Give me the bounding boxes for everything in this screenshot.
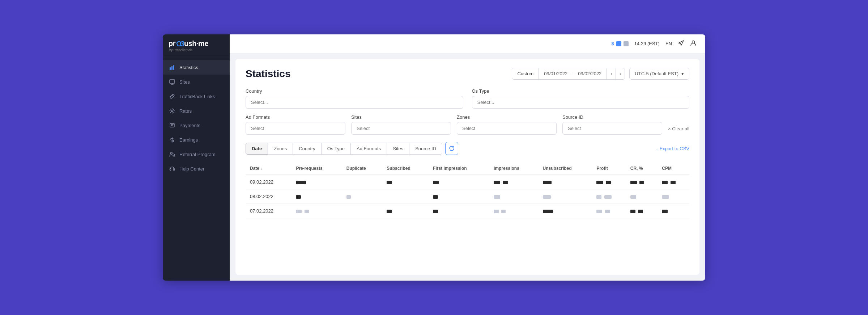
date-mode: Custom xyxy=(512,68,539,79)
date-prev-btn[interactable]: ‹ xyxy=(607,68,616,79)
table-row: 08.02.2022 xyxy=(246,189,689,204)
timezone-label: UTC-5 (Default EST) xyxy=(635,71,678,76)
svg-rect-5 xyxy=(170,123,174,127)
list-icon xyxy=(169,122,175,128)
refresh-btn[interactable] xyxy=(445,142,458,155)
sidebar-item-payments[interactable]: Payments xyxy=(163,118,230,133)
th-prerequests[interactable]: Pre-requests xyxy=(292,162,342,175)
cell-duplicate xyxy=(342,204,383,218)
page-header: Statistics Custom 09/01/2022 — 09/02/202… xyxy=(246,68,689,80)
sidebar-item-statistics[interactable]: Statistics xyxy=(163,60,230,75)
th-date[interactable]: Date ↓ xyxy=(246,162,292,175)
group-tab-date[interactable]: Date xyxy=(246,143,268,155)
th-unsubscribed[interactable]: Unsubscribed xyxy=(539,162,592,175)
export-csv-btn[interactable]: ↓ Export to CSV xyxy=(656,146,689,151)
cell-impressions xyxy=(489,204,538,218)
th-profit-label: Profit xyxy=(596,166,608,171)
th-profit[interactable]: Profit xyxy=(592,162,626,175)
export-csv-label: ↓ Export to CSV xyxy=(656,146,689,151)
cell-unsubscribed xyxy=(539,189,592,204)
filters-row2: Ad Formats Sites Zones Source ID × Clear… xyxy=(246,114,689,135)
currency-usd[interactable]: $ xyxy=(612,41,614,46)
th-subscribed-label: Subscribed xyxy=(387,166,410,171)
group-tab-ostype[interactable]: Os Type xyxy=(321,143,351,155)
sidebar-item-payments-label: Payments xyxy=(179,123,200,128)
filter-country-input[interactable] xyxy=(246,96,463,109)
th-duplicate-label: Duplicate xyxy=(346,166,366,171)
timezone-select[interactable]: UTC-5 (Default EST) ▾ xyxy=(629,68,689,80)
cell-prerequests xyxy=(292,189,342,204)
sidebar-item-help[interactable]: Help Center xyxy=(163,161,230,176)
users-icon xyxy=(169,151,175,157)
filter-sourceid-label: Source ID xyxy=(562,114,662,120)
filter-sourceid: Source ID xyxy=(562,114,662,135)
cell-duplicate xyxy=(342,189,383,204)
top-bar: $ 14:29 (EST) EN xyxy=(230,34,705,53)
filter-os-input[interactable] xyxy=(472,96,690,109)
clear-all-label[interactable]: × Clear all xyxy=(668,123,689,135)
logo-sub: by PropellerAds xyxy=(169,48,192,52)
cell-cr xyxy=(626,189,658,204)
filter-os-label: Os Type xyxy=(472,88,690,94)
th-cpm[interactable]: CPM xyxy=(658,162,689,175)
currency-sq-inactive xyxy=(624,41,629,46)
group-tab-adformats[interactable]: Ad Formats xyxy=(350,143,387,155)
cell-impressions xyxy=(489,175,538,189)
filters-row1: Country Os Type xyxy=(246,88,689,109)
logo-text: pr xyxy=(169,39,175,48)
sidebar-item-referral-label: Referral Program xyxy=(179,152,216,157)
date-picker[interactable]: Custom 09/01/2022 — 09/02/2022 ‹ › xyxy=(512,68,625,80)
topbar-lang[interactable]: EN xyxy=(665,41,672,46)
sidebar-item-earnings[interactable]: Earnings xyxy=(163,133,230,147)
clear-all-btn[interactable]: × Clear all xyxy=(668,123,689,135)
th-impressions[interactable]: Impressions xyxy=(489,162,538,175)
th-duplicate[interactable]: Duplicate xyxy=(342,162,383,175)
group-tab-zones[interactable]: Zones xyxy=(268,143,293,155)
send-icon[interactable] xyxy=(678,40,684,48)
filter-adformats-input[interactable] xyxy=(246,122,345,135)
th-cr[interactable]: CR, % xyxy=(626,162,658,175)
cell-cpm xyxy=(658,204,689,218)
cell-first-impression xyxy=(429,175,489,189)
monitor-icon xyxy=(169,79,175,85)
sidebar-item-referral[interactable]: Referral Program xyxy=(163,147,230,161)
th-unsubscribed-label: Unsubscribed xyxy=(543,166,572,171)
cell-profit xyxy=(592,204,626,218)
main-area: $ 14:29 (EST) EN Statistics xyxy=(230,34,705,281)
group-tab-sourceid[interactable]: Source ID xyxy=(409,143,442,155)
filter-adformats-label: Ad Formats xyxy=(246,114,345,120)
date-next-btn[interactable]: › xyxy=(616,68,625,79)
link-icon xyxy=(169,93,175,99)
sidebar-item-trafficback[interactable]: TrafficBack Links xyxy=(163,89,230,104)
user-icon[interactable] xyxy=(690,40,697,48)
date-separator: — xyxy=(570,71,575,76)
svg-rect-2 xyxy=(173,65,174,70)
currency-switcher[interactable]: $ xyxy=(612,41,629,46)
logo-text2: ush·me xyxy=(184,39,208,48)
filter-sourceid-input[interactable] xyxy=(562,122,662,135)
filter-adformats: Ad Formats xyxy=(246,114,345,135)
filter-country-label: Country xyxy=(246,88,463,94)
sidebar-item-trafficback-label: TrafficBack Links xyxy=(179,94,215,99)
filter-zones-input[interactable] xyxy=(457,122,557,135)
svg-point-6 xyxy=(171,152,173,154)
sidebar-item-rates[interactable]: Rates xyxy=(163,104,230,118)
th-subscribed[interactable]: Subscribed xyxy=(382,162,429,175)
group-tab-country[interactable]: Country xyxy=(293,143,322,155)
group-tab-sites[interactable]: Sites xyxy=(387,143,409,155)
cell-subscribed xyxy=(382,204,429,218)
sidebar-item-sites[interactable]: Sites xyxy=(163,75,230,89)
th-cr-label: CR, % xyxy=(630,166,643,171)
cell-subscribed xyxy=(382,189,429,204)
sidebar-item-sites-label: Sites xyxy=(179,79,190,85)
chart-icon xyxy=(169,64,175,70)
currency-sq-active xyxy=(616,41,621,46)
cell-date: 09.02.2022 xyxy=(246,175,292,189)
cell-first-impression xyxy=(429,189,489,204)
cell-cr xyxy=(626,204,658,218)
filter-sites-input[interactable] xyxy=(351,122,451,135)
group-by-row: Date Zones Country Os Type Ad Formats Si… xyxy=(246,142,689,155)
th-first-impression[interactable]: First impression xyxy=(429,162,489,175)
logo-area: pr ush·me by PropellerAds xyxy=(163,34,230,57)
date-range: 09/01/2022 — 09/02/2022 xyxy=(539,68,607,79)
